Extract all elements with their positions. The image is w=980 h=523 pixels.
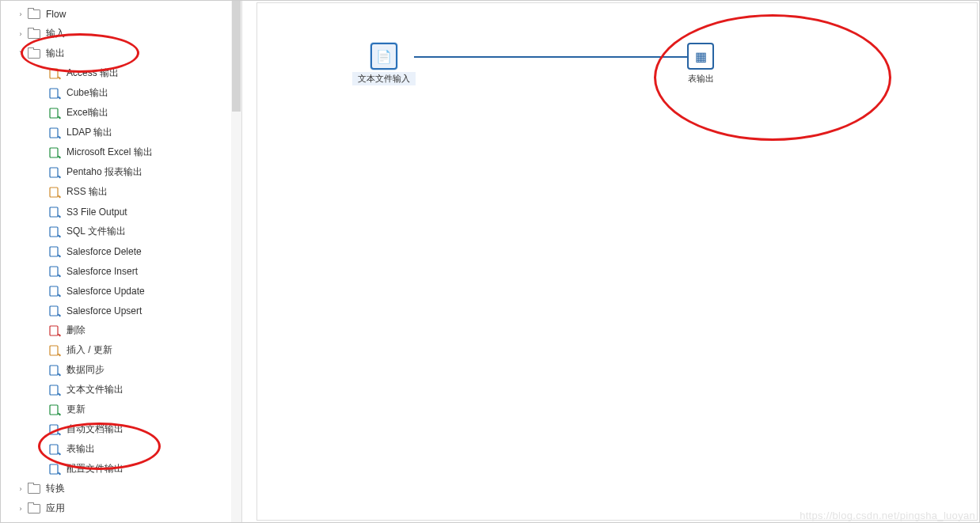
tree-item-0[interactable]: ›Flow [1, 4, 241, 24]
tree-item-label: Salesforce Update [66, 286, 145, 297]
svg-rect-0 [50, 69, 58, 78]
tree-item-15[interactable]: Salesforce Upsert [1, 301, 241, 320]
spacer [36, 88, 47, 99]
tree-item-16[interactable]: 删除 [1, 320, 241, 340]
spacer [36, 147, 47, 158]
tree-item-6[interactable]: LDAP 输出 [1, 123, 241, 142]
spacer [36, 464, 47, 475]
tree-item-label: 应用 [46, 502, 65, 515]
svg-rect-3 [50, 128, 58, 138]
tree-item-label: Microsoft Excel 输出 [66, 146, 153, 159]
tree-item-label: 更新 [66, 403, 85, 416]
tree-item-23[interactable]: 配置文件输出 [1, 459, 241, 479]
tree-item-label: 插入 / 更新 [66, 343, 112, 357]
tree-item-21[interactable]: 自动文档输出 [1, 419, 241, 439]
step-icon [48, 67, 61, 80]
tree-item-2[interactable]: ˇ输出 [1, 44, 241, 63]
tree-item-label: Access 输出 [66, 66, 119, 80]
svg-rect-2 [50, 108, 58, 118]
step-icon [48, 127, 61, 139]
tree-item-5[interactable]: Excel输出 [1, 103, 241, 123]
spacer [36, 266, 47, 277]
svg-rect-12 [50, 306, 58, 316]
folder-icon [28, 29, 40, 39]
svg-rect-4 [50, 148, 58, 157]
tree-item-label: Pentaho 报表输出 [66, 165, 142, 179]
scrollbar-vertical[interactable] [231, 1, 241, 522]
hop-line[interactable] [414, 56, 689, 58]
step-icon [48, 404, 61, 416]
tree-item-8[interactable]: Pentaho 报表输出 [1, 162, 241, 182]
step-icon [48, 463, 61, 476]
tree-item-label: Salesforce Delete [66, 246, 142, 257]
step-icon [48, 265, 61, 278]
spacer [36, 424, 47, 435]
expander-icon[interactable]: › [15, 483, 26, 495]
tree-item-label: 表输出 [66, 442, 95, 456]
node-box[interactable]: 📄 [370, 43, 397, 70]
tree-item-4[interactable]: Cube输出 [1, 83, 241, 103]
expander-icon[interactable]: ˇ [15, 48, 26, 59]
tree-item-9[interactable]: RSS 输出 [1, 182, 241, 202]
scrollbar-thumb[interactable] [232, 1, 241, 112]
step-icon [48, 87, 61, 100]
expander-icon[interactable]: › [15, 503, 26, 514]
watermark: https://blog.csdn.net/pingsha_luoyan [800, 510, 975, 521]
sidebar: ›Flow›输入ˇ输出Access 输出Cube输出Excel输出LDAP 输出… [1, 1, 242, 522]
tree-item-10[interactable]: S3 File Output [1, 202, 241, 222]
step-icon [48, 206, 61, 218]
svg-rect-5 [50, 168, 58, 177]
tree-item-13[interactable]: Salesforce Insert [1, 261, 241, 281]
canvas-node-text-file-input[interactable]: 📄文本文件输入 [352, 43, 416, 85]
tree-item-24[interactable]: ›转换 [1, 479, 241, 498]
tree-item-11[interactable]: SQL 文件输出 [1, 222, 241, 241]
spacer [36, 127, 47, 138]
step-icon [48, 225, 61, 238]
canvas-separator [242, 1, 256, 522]
tree-item-7[interactable]: Microsoft Excel 输出 [1, 142, 241, 162]
tree-item-20[interactable]: 更新 [1, 400, 241, 419]
tree-item-12[interactable]: Salesforce Delete [1, 241, 241, 261]
tree-item-22[interactable]: 表输出 [1, 439, 241, 459]
tree-item-25[interactable]: ›应用 [1, 498, 241, 518]
tree-item-label: SQL 文件输出 [66, 225, 126, 238]
canvas-node-table-output[interactable]: ▦表输出 [669, 43, 732, 85]
step-icon [48, 285, 61, 298]
svg-rect-20 [50, 464, 58, 474]
spacer [36, 365, 47, 376]
canvas-inner: 📄文本文件输入▦表输出 [257, 3, 977, 520]
node-box[interactable]: ▦ [687, 43, 714, 70]
tree-item-label: Flow [46, 9, 66, 20]
spacer [36, 345, 47, 356]
expander-icon[interactable]: › [15, 9, 26, 20]
svg-rect-7 [50, 207, 58, 217]
folder-icon [28, 49, 40, 59]
tree-item-label: 删除 [66, 324, 85, 337]
step-icon [48, 186, 61, 199]
canvas[interactable]: 📄文本文件输入▦表输出 [256, 2, 978, 521]
tree-item-18[interactable]: 数据同步 [1, 360, 241, 380]
svg-rect-17 [50, 405, 58, 415]
tree-item-label: 配置文件输出 [66, 462, 123, 476]
step-icon [48, 166, 61, 179]
step-icon [48, 423, 61, 436]
tree-item-label: Excel输出 [66, 106, 108, 119]
expander-icon[interactable]: › [15, 28, 26, 40]
tree-item-3[interactable]: Access 输出 [1, 63, 241, 83]
tree-item-14[interactable]: Salesforce Update [1, 281, 241, 301]
spacer [36, 108, 47, 119]
node-label: 表输出 [669, 72, 732, 85]
spacer [36, 68, 47, 79]
tree-item-19[interactable]: 文本文件输出 [1, 380, 241, 400]
tree-item-17[interactable]: 插入 / 更新 [1, 340, 241, 360]
tree-item-label: 输入 [46, 27, 65, 40]
tree: ›Flow›输入ˇ输出Access 输出Cube输出Excel输出LDAP 输出… [1, 1, 241, 521]
spacer [36, 207, 47, 218]
step-icon [48, 443, 61, 456]
step-icon [48, 364, 61, 377]
tree-item-label: Salesforce Insert [66, 266, 138, 277]
tree-item-label: 自动文档输出 [66, 423, 123, 436]
folder-icon [28, 9, 40, 19]
tree-item-1[interactable]: ›输入 [1, 24, 241, 44]
step-icon [48, 245, 61, 258]
